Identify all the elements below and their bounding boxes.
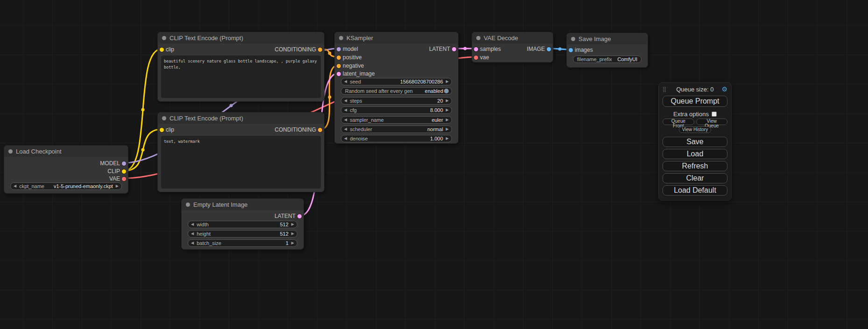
node-titlebar[interactable]: CLIP Text Encode (Prompt) [158, 112, 324, 124]
decrement-arrow-icon[interactable]: ◀ [344, 127, 347, 131]
increment-arrow-icon[interactable]: ▶ [446, 127, 449, 131]
increment-arrow-icon[interactable]: ▶ [446, 99, 449, 103]
latent-port-dot[interactable] [297, 214, 302, 218]
increment-arrow-icon[interactable]: ▶ [446, 118, 449, 122]
decrement-arrow-icon[interactable]: ◀ [191, 241, 194, 245]
increment-arrow-icon[interactable]: ▶ [116, 184, 119, 188]
conditioning-port-dot[interactable] [337, 64, 341, 68]
model-port-dot[interactable] [122, 161, 126, 166]
load-button[interactable]: Load [663, 149, 727, 159]
node-dot-icon[interactable] [476, 36, 480, 40]
increment-arrow-icon[interactable]: ▶ [291, 232, 294, 236]
conditioning-port-dot[interactable] [318, 128, 322, 132]
increment-arrow-icon[interactable]: ▶ [291, 241, 294, 245]
queue-prompt-button[interactable]: Queue Prompt [663, 96, 727, 107]
settings-gear-icon[interactable]: ⚙ [721, 86, 727, 92]
image-port-dot[interactable] [569, 48, 573, 52]
latent-port-dot[interactable] [452, 47, 456, 51]
port-label: clip [166, 46, 174, 53]
workflow-actions: Save Load Refresh Clear Load Default [663, 137, 727, 196]
node-titlebar[interactable]: KSampler [335, 32, 458, 43]
widget-label: filename_prefix [577, 56, 612, 62]
seed-widget[interactable]: ◀ seed 156680208700286 ▶ [341, 78, 452, 85]
conditioning-port-dot[interactable] [337, 56, 341, 60]
ckpt-name-widget[interactable]: ◀ ckpt_name v1-5-pruned-emaonly.ckpt ▶ [10, 182, 122, 190]
node-graph-canvas[interactable]: Load Checkpoint MODEL CLIP VAE ◀ ckpt_na… [0, 0, 868, 329]
decrement-arrow-icon[interactable]: ◀ [191, 232, 194, 236]
queue-front-button[interactable]: Queue Front [663, 119, 694, 125]
image-port-dot[interactable] [547, 47, 551, 51]
clip-port-dot[interactable] [122, 169, 126, 174]
height-widget[interactable]: ◀ height 512 ▶ [188, 230, 297, 238]
node-dot-icon[interactable] [8, 149, 13, 154]
scheduler-widget[interactable]: ◀ scheduler normal ▶ [341, 126, 452, 133]
widget-value: 20 [438, 98, 443, 104]
link-midpoint-dot[interactable] [328, 52, 332, 55]
conditioning-port-dot[interactable] [318, 48, 322, 52]
filename-prefix-widget[interactable]: filename_prefix ComfyUI [573, 56, 642, 63]
node-title: VAE Decode [484, 35, 518, 42]
node-title: Load Checkpoint [16, 148, 62, 155]
steps-widget[interactable]: ◀ steps 20 ▶ [341, 97, 452, 105]
clear-button[interactable]: Clear [663, 173, 727, 183]
link-midpoint-dot[interactable] [328, 96, 332, 99]
node-titlebar[interactable]: Save Image [567, 33, 648, 44]
node-dot-icon[interactable] [162, 36, 166, 40]
view-history-button[interactable]: View History [679, 126, 711, 133]
node-titlebar[interactable]: Empty Latent Image [182, 199, 303, 210]
decrement-arrow-icon[interactable]: ◀ [344, 99, 347, 103]
node-clip-text-encode-positive: CLIP Text Encode (Prompt) clip CONDITION… [157, 32, 325, 102]
latent-port-dot[interactable] [337, 72, 341, 76]
link-midpoint-dot[interactable] [558, 48, 562, 51]
input-port-negative: negative [335, 62, 364, 70]
random-seed-toggle-widget[interactable]: Random seed after every gen enabled [341, 87, 452, 95]
node-dot-icon[interactable] [186, 203, 190, 207]
sampler-name-widget[interactable]: ◀ sampler_name euler ▶ [341, 116, 452, 124]
link-midpoint-dot[interactable] [230, 104, 233, 107]
increment-arrow-icon[interactable]: ▶ [446, 108, 449, 112]
decrement-arrow-icon[interactable]: ◀ [14, 184, 16, 188]
batch-size-widget[interactable]: ◀ batch_size 1 ▶ [188, 239, 297, 247]
width-widget[interactable]: ◀ width 512 ▶ [188, 221, 297, 228]
model-port-dot[interactable] [337, 47, 341, 51]
extra-options-checkbox[interactable] [712, 112, 717, 117]
port-label: samples [480, 46, 501, 52]
link-midpoint-dot[interactable] [464, 47, 467, 50]
extra-options-row: Extra options [663, 111, 727, 117]
latent-port-dot[interactable] [474, 47, 478, 51]
load-default-button[interactable]: Load Default [663, 185, 727, 196]
node-titlebar[interactable]: Load Checkpoint [4, 146, 128, 157]
node-dot-icon[interactable] [162, 116, 166, 120]
node-dot-icon[interactable] [339, 36, 343, 40]
positive-prompt-textarea[interactable]: beautiful scenery nature glass bottle la… [161, 56, 321, 98]
drag-handle-icon[interactable]: ⣿ [663, 87, 666, 92]
node-titlebar[interactable]: CLIP Text Encode (Prompt) [158, 32, 324, 43]
decrement-arrow-icon[interactable]: ◀ [344, 118, 347, 122]
toggle-knob-icon[interactable] [444, 89, 449, 93]
port-label: LATENT [429, 46, 450, 52]
refresh-button[interactable]: Refresh [663, 161, 727, 171]
link-midpoint-dot[interactable] [141, 108, 145, 112]
clip-port-dot[interactable] [160, 128, 164, 132]
port-label: CONDITIONING [275, 126, 316, 133]
save-button[interactable]: Save [663, 137, 727, 147]
denoise-widget[interactable]: ◀ denoise 1.000 ▶ [341, 135, 452, 142]
link-midpoint-dot[interactable] [141, 148, 145, 152]
cfg-widget[interactable]: ◀ cfg 8.000 ▶ [341, 106, 452, 114]
increment-arrow-icon[interactable]: ▶ [446, 137, 449, 140]
vae-port-dot[interactable] [474, 56, 478, 60]
view-queue-button[interactable]: View Queue [696, 119, 728, 125]
increment-arrow-icon[interactable]: ▶ [291, 223, 294, 226]
decrement-arrow-icon[interactable]: ◀ [344, 108, 347, 112]
decrement-arrow-icon[interactable]: ◀ [191, 223, 194, 226]
decrement-arrow-icon[interactable]: ◀ [344, 80, 347, 84]
decrement-arrow-icon[interactable]: ◀ [344, 137, 347, 140]
negative-prompt-textarea[interactable]: text, watermark [161, 136, 321, 189]
clip-port-dot[interactable] [160, 48, 164, 52]
queue-size-label: Queue size: 0 [668, 86, 721, 93]
node-titlebar[interactable]: VAE Decode [472, 32, 553, 43]
node-dot-icon[interactable] [571, 37, 575, 41]
port-label: model [343, 46, 358, 52]
increment-arrow-icon[interactable]: ▶ [446, 80, 449, 84]
vae-port-dot[interactable] [122, 177, 126, 181]
